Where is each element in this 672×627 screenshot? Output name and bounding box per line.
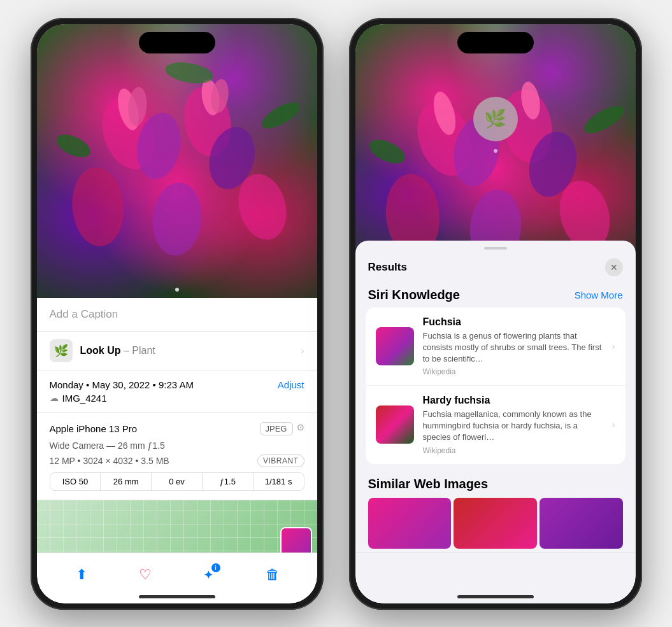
fuchsia-source: Wikipedia — [423, 367, 603, 376]
close-button[interactable]: ✕ — [605, 258, 623, 276]
home-indicator — [139, 595, 215, 598]
lookup-chevron-icon: › — [301, 346, 304, 356]
svg-point-24 — [580, 101, 627, 138]
heart-button[interactable]: ♡ — [131, 561, 159, 589]
trash-icon: 🗑 — [266, 567, 280, 583]
caption-placeholder[interactable]: Add a Caption — [50, 308, 118, 320]
fuchsia-chevron-icon: › — [612, 341, 615, 351]
exif-row: ISO 50 26 mm 0 ev ƒ1.5 1/181 s — [50, 472, 304, 491]
right-phone: 🌿 Results ✕ Siri Knowledge Show More — [349, 18, 642, 610]
svg-point-12 — [257, 97, 303, 134]
exif-shutter: 1/181 s — [254, 473, 304, 490]
knowledge-item-fuchsia[interactable]: Fuchsia Fuchsia is a genus of flowering … — [366, 307, 626, 386]
style-badge: VIBRANT — [257, 454, 304, 467]
knowledge-card: Fuchsia Fuchsia is a genus of flowering … — [366, 307, 626, 464]
format-badge: JPEG — [260, 422, 293, 435]
svg-point-4 — [69, 165, 127, 248]
lookup-row[interactable]: 🌿 Look Up – Plant › — [37, 332, 317, 370]
hardy-fuchsia-title: Hardy fuchsia — [423, 395, 603, 406]
fuchsia-text: Fuchsia Fuchsia is a genus of flowering … — [423, 316, 603, 377]
fuchsia-title: Fuchsia — [423, 316, 603, 328]
camera-lens: Wide Camera — 26 mm ƒ1.5 — [50, 440, 304, 451]
similar-images-grid — [368, 498, 623, 549]
metadata-section: Monday • May 30, 2022 • 9:23 AM Adjust ☁… — [37, 370, 317, 413]
exif-ev: 0 ev — [152, 473, 203, 490]
page-dot-indicator — [175, 288, 179, 292]
left-phone: Add a Caption 🌿 Look Up – Plant › Monday… — [31, 18, 324, 610]
close-icon: ✕ — [610, 262, 618, 272]
photo-date: Monday • May 30, 2022 • 9:23 AM — [50, 379, 194, 390]
hardy-fuchsia-thumbnail — [376, 405, 414, 444]
siri-orb: 🌿 — [473, 97, 518, 141]
geo-icon: ⊙ — [297, 422, 304, 435]
adjust-button[interactable]: Adjust — [278, 379, 304, 390]
similar-web-images-section: Similar Web Images — [355, 472, 636, 553]
hardy-fuchsia-text: Hardy fuchsia Fuchsia magellanica, commo… — [423, 395, 603, 455]
fuchsia-description: Fuchsia is a genus of flowering plants t… — [423, 330, 603, 365]
flower-image-right: 🌿 — [355, 24, 636, 266]
flower-image — [37, 24, 317, 298]
heart-icon: ♡ — [139, 567, 152, 583]
siri-knowledge-title: Siri Knowledge — [368, 288, 460, 302]
results-header: Results ✕ — [355, 250, 636, 283]
info-badge: i — [211, 563, 220, 572]
fuchsia-thumbnail — [376, 327, 414, 365]
info-button[interactable]: ✦ i — [195, 561, 223, 589]
hardy-fuchsia-chevron-icon: › — [612, 419, 615, 430]
svg-point-5 — [149, 180, 204, 257]
file-specs: 12 MP • 3024 × 4032 • 3.5 MB VIBRANT — [50, 454, 304, 467]
show-more-button[interactable]: Show More — [575, 290, 623, 300]
home-indicator-right — [457, 595, 534, 598]
similar-images-title: Similar Web Images — [368, 477, 623, 491]
notch — [139, 32, 215, 53]
exif-iso: ISO 50 — [50, 473, 101, 490]
knowledge-item-hardy-fuchsia[interactable]: Hardy fuchsia Fuchsia magellanica, commo… — [366, 386, 626, 464]
exif-aperture: ƒ1.5 — [203, 473, 254, 490]
svg-point-11 — [53, 130, 94, 162]
share-button[interactable]: ⬆ — [68, 561, 96, 589]
photo-filename: ☁ IMG_4241 — [50, 393, 304, 404]
share-icon: ⬆ — [76, 567, 87, 583]
lookup-icon: 🌿 — [50, 339, 73, 362]
siri-knowledge-header: Siri Knowledge Show More — [355, 283, 636, 307]
siri-dot — [494, 149, 497, 153]
notch-right — [457, 32, 534, 53]
lookup-label: Look Up – Plant — [80, 345, 155, 356]
results-panel: Results ✕ Siri Knowledge Show More — [355, 241, 636, 553]
device-section: Apple iPhone 13 Pro JPEG ⊙ Wide Camera —… — [37, 413, 317, 500]
hardy-fuchsia-description: Fuchsia magellanica, commonly known as t… — [423, 409, 603, 444]
similar-image-2[interactable] — [454, 498, 537, 549]
similar-image-3[interactable] — [540, 498, 623, 549]
caption-area[interactable]: Add a Caption — [37, 298, 317, 332]
device-name: Apple iPhone 13 Pro — [50, 423, 138, 434]
hardy-fuchsia-source: Wikipedia — [423, 446, 603, 455]
trash-button[interactable]: 🗑 — [259, 561, 287, 589]
exif-focal: 26 mm — [101, 473, 152, 490]
results-title: Results — [368, 261, 407, 274]
cloud-icon: ☁ — [50, 393, 59, 403]
svg-point-23 — [366, 134, 408, 168]
similar-image-1[interactable] — [368, 498, 452, 549]
siri-leaf-icon: 🌿 — [484, 108, 506, 129]
